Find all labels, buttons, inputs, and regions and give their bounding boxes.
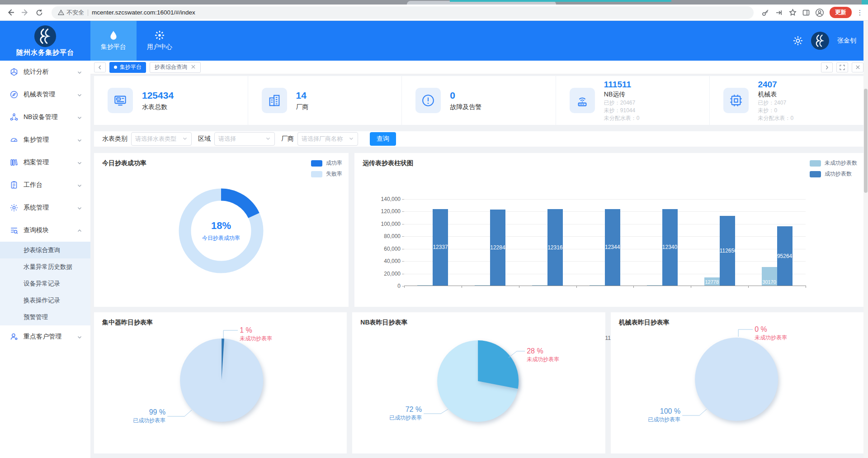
legend-swatch	[810, 171, 821, 177]
bar-value-label: 123401	[662, 244, 678, 250]
sidebar-subitem[interactable]: 预警管理	[0, 309, 90, 325]
fullscreen-button[interactable]	[836, 62, 848, 72]
url-text[interactable]: mcenter.szcswater.com:16001/#/index	[92, 9, 195, 16]
unsuccessful-bar[interactable]	[417, 285, 433, 286]
unsuccessful-bar[interactable]	[590, 285, 605, 286]
top-nav: 集抄平台用户中心	[90, 21, 183, 61]
stat-label: 机械表	[758, 91, 793, 99]
unsuccessful-bar[interactable]	[532, 285, 547, 286]
route-tab[interactable]: 抄表综合查询	[150, 62, 201, 73]
address-bar[interactable]: 不安全 mcenter.szcswater.com:16001/#/index	[52, 6, 754, 19]
stat-icon-tile	[108, 88, 133, 113]
sidebar-item-label: 系统管理	[24, 204, 77, 212]
pie-chart: 1 %未成功抄表率99 %已成功抄表率	[94, 312, 347, 453]
chevron-down-icon	[265, 135, 271, 143]
today-success-panel: 今日抄表成功率 成功率失败率 18% 今日抄表成功率	[94, 153, 349, 307]
unsuccessful-bar[interactable]: 30170	[762, 267, 777, 286]
sidebar-item[interactable]: 机械表管理	[0, 83, 90, 106]
successful-bar[interactable]: 123401	[662, 209, 678, 286]
scrollbar-thumb[interactable]	[864, 89, 868, 193]
pie-percent-label: 99 %	[149, 408, 165, 416]
browser-tab-strip	[0, 0, 868, 5]
vertical-scrollbar[interactable]	[863, 21, 868, 458]
sidebar-item[interactable]: 查询模块	[0, 219, 90, 242]
chrome-update-button[interactable]: 更新	[830, 7, 852, 18]
sidebar-item[interactable]: 系统管理	[0, 196, 90, 219]
y-axis-tick-label: 40,000	[384, 258, 401, 264]
filter-select[interactable]: 请选择厂商名称	[297, 132, 358, 146]
star-icon[interactable]	[787, 7, 798, 18]
not-secure-label: 不安全	[66, 9, 84, 17]
successful-bar[interactable]: 95264	[777, 226, 793, 286]
successful-bar[interactable]: 112650	[720, 216, 735, 286]
panel-title: 今日抄表成功率	[102, 159, 146, 167]
kebab-menu-icon[interactable]: ⋮	[856, 9, 863, 17]
successful-bar[interactable]: 122841	[490, 210, 505, 286]
user-name[interactable]: 张金钊	[837, 37, 856, 45]
sidebar-item[interactable]: NB设备管理	[0, 106, 90, 129]
back-arrow-icon[interactable]	[5, 7, 16, 19]
stat-icon-tile	[262, 88, 287, 113]
tabs-scroll-left-button[interactable]	[94, 62, 106, 72]
successful-bar[interactable]: 123441	[605, 209, 620, 286]
legend-row[interactable]: 未成功抄表数	[810, 159, 857, 167]
y-axis-tick	[402, 199, 404, 200]
mechanical-yesterday-pie-panel: 机械表昨日抄表率0 %未成功抄表率100 %已成功抄表率	[611, 312, 863, 453]
unsuccessful-slice[interactable]	[478, 340, 519, 389]
sidebar-subitem[interactable]: 水量异常历史数据	[0, 258, 90, 275]
filter-select[interactable]: 请选择水表类型	[131, 132, 192, 146]
router-signal-icon	[576, 94, 589, 107]
sidebar-subitem[interactable]: 抄表综合查询	[0, 242, 90, 258]
close-tab-icon[interactable]	[191, 64, 196, 71]
search-button[interactable]: 查询	[370, 132, 396, 146]
route-tab[interactable]: 集抄平台	[109, 62, 146, 73]
stat-icon-tile	[570, 88, 595, 113]
sidebar-item[interactable]: 统计分析	[0, 61, 90, 83]
nodes-icon	[10, 113, 18, 121]
chevron-down-icon	[349, 135, 354, 143]
stats-icon	[10, 68, 18, 76]
donut-percent: 18%	[211, 220, 231, 232]
send-icon[interactable]	[774, 7, 784, 18]
stat-detail: 未抄：91044	[604, 107, 640, 114]
filter-select[interactable]: 请选择	[214, 132, 275, 146]
successful-slice[interactable]	[695, 338, 778, 421]
filter-bar: 水表类别请选择水表类型区域请选择厂商请选择厂商名称查询	[94, 131, 863, 147]
settings-gear-icon[interactable]	[793, 36, 803, 46]
successful-bar[interactable]: 123371	[433, 209, 448, 286]
pie-series-label: 未成功抄表率	[527, 356, 559, 363]
top-nav-item-1[interactable]: 集抄平台	[90, 21, 137, 61]
key-icon[interactable]	[760, 7, 771, 18]
select-placeholder: 请选择厂商名称	[302, 135, 343, 143]
reload-icon[interactable]	[33, 7, 45, 19]
successful-bar[interactable]: 123161	[547, 209, 563, 286]
x-axis-tick	[748, 286, 749, 288]
sidebar-subitem[interactable]: 换表操作记录	[0, 292, 90, 309]
legend-row[interactable]: 成功率	[311, 159, 342, 167]
close-all-button[interactable]	[852, 62, 863, 72]
bar-value-label: 12778	[705, 279, 719, 285]
stat-card: 125434水表总数	[94, 76, 248, 125]
sidebar-item[interactable]: 重点客户管理	[0, 325, 90, 348]
forward-arrow-icon[interactable]	[19, 7, 31, 19]
sidebar-item[interactable]: 工作台	[0, 174, 90, 196]
unsuccessful-bar[interactable]	[475, 285, 490, 286]
legend-row[interactable]: 成功抄表数	[810, 170, 857, 178]
avatar[interactable]	[811, 32, 829, 50]
sidebar-item[interactable]: 档案管理	[0, 151, 90, 174]
legend-row[interactable]: 失败率	[311, 170, 342, 178]
sidebar-item[interactable]: 集抄管理	[0, 129, 90, 151]
person-icon[interactable]	[814, 7, 825, 18]
stat-value: 111511	[604, 80, 640, 90]
unsuccessful-bar[interactable]	[647, 285, 662, 286]
sidebar-item-label: NB设备管理	[24, 113, 77, 121]
sidebar-subitem[interactable]: 设备异常记录	[0, 275, 90, 292]
filter-label: 水表类别	[102, 135, 127, 143]
stat-text: 125434水表总数	[142, 90, 174, 111]
tabs-scroll-right-button[interactable]	[821, 62, 833, 72]
top-nav-item-2[interactable]: 用户中心	[137, 21, 183, 61]
side-panel-icon[interactable]	[801, 7, 811, 18]
unsuccessful-bar[interactable]: 12778	[704, 277, 720, 286]
not-secure-badge[interactable]: 不安全	[58, 9, 84, 17]
chevron-down-icon	[77, 160, 82, 165]
